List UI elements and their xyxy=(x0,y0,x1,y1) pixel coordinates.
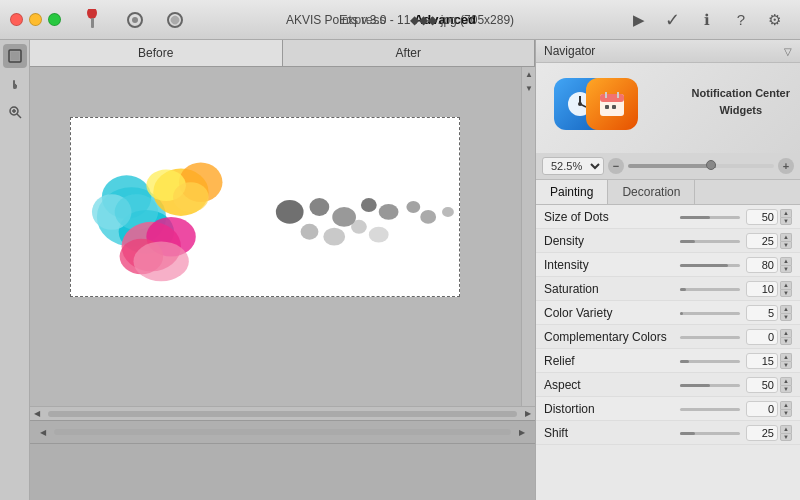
param-spin-down[interactable]: ▼ xyxy=(780,289,792,297)
tool3-icon[interactable] xyxy=(159,4,191,36)
zoom-tool[interactable] xyxy=(3,100,27,124)
param-slider-track[interactable] xyxy=(680,288,740,291)
hscroll-track[interactable] xyxy=(48,411,517,417)
param-row-relief: Relief ▲ ▼ xyxy=(536,349,800,373)
param-spin-up[interactable]: ▲ xyxy=(780,425,792,433)
param-spin-down[interactable]: ▼ xyxy=(780,409,792,417)
bottom-hscroll-track[interactable] xyxy=(54,429,511,435)
hscroll-left-arrow[interactable]: ◀ xyxy=(30,407,44,421)
vscroll-down-arrow[interactable]: ▼ xyxy=(522,81,535,95)
param-spin-down[interactable]: ▼ xyxy=(780,361,792,369)
param-slider[interactable] xyxy=(680,406,740,411)
param-slider-track[interactable] xyxy=(680,384,740,387)
param-slider-track[interactable] xyxy=(680,360,740,363)
settings-button[interactable]: ⚙ xyxy=(760,5,790,35)
param-spinner: ▲ ▼ xyxy=(780,281,792,297)
svg-rect-45 xyxy=(612,105,616,109)
param-value-input[interactable] xyxy=(746,233,778,249)
zoom-slider[interactable] xyxy=(628,164,774,168)
param-spin-down[interactable]: ▼ xyxy=(780,217,792,225)
param-slider[interactable] xyxy=(680,238,740,243)
calendar-widget-icon xyxy=(597,89,627,119)
info-button[interactable]: ℹ xyxy=(692,5,722,35)
param-slider[interactable] xyxy=(680,382,740,387)
param-label: Size of Dots xyxy=(544,210,680,224)
param-value-input[interactable] xyxy=(746,425,778,441)
param-value-input[interactable] xyxy=(746,305,778,321)
canvas-hscroll[interactable]: ◀ ▶ xyxy=(30,406,535,420)
param-slider[interactable] xyxy=(680,214,740,219)
svg-point-28 xyxy=(379,204,399,220)
tool2-icon[interactable] xyxy=(119,4,151,36)
param-spin-down[interactable]: ▼ xyxy=(780,385,792,393)
param-spin-up[interactable]: ▲ xyxy=(780,233,792,241)
param-row-distortion: Distortion ▲ ▼ xyxy=(536,397,800,421)
param-slider[interactable] xyxy=(680,358,740,363)
param-spin-up[interactable]: ▲ xyxy=(780,257,792,265)
param-slider[interactable] xyxy=(680,262,740,267)
param-value-box: ▲ ▼ xyxy=(746,401,792,417)
zoom-select[interactable]: 52.5% xyxy=(542,157,604,175)
svg-point-27 xyxy=(361,198,377,212)
param-slider-track[interactable] xyxy=(680,312,740,315)
param-spinner: ▲ ▼ xyxy=(780,377,792,393)
select-tool[interactable] xyxy=(3,44,27,68)
help-button[interactable]: ? xyxy=(726,5,756,35)
zoom-out-button[interactable]: − xyxy=(608,158,624,174)
param-value-input[interactable] xyxy=(746,257,778,273)
param-spin-up[interactable]: ▲ xyxy=(780,329,792,337)
bottom-hscroll-right[interactable]: ▶ xyxy=(515,425,529,439)
bottom-hscroll-left[interactable]: ◀ xyxy=(36,425,50,439)
param-spin-up[interactable]: ▲ xyxy=(780,353,792,361)
param-slider-track[interactable] xyxy=(680,240,740,243)
param-value-box: ▲ ▼ xyxy=(746,425,792,441)
param-value-input[interactable] xyxy=(746,281,778,297)
param-slider-track[interactable] xyxy=(680,216,740,219)
apply-button[interactable]: ✓ xyxy=(658,5,688,35)
maximize-button[interactable] xyxy=(48,13,61,26)
param-slider[interactable] xyxy=(680,310,740,315)
param-spin-up[interactable]: ▲ xyxy=(780,401,792,409)
param-spin-down[interactable]: ▼ xyxy=(780,265,792,273)
after-tab[interactable]: After xyxy=(283,40,536,66)
param-spin-down[interactable]: ▼ xyxy=(780,337,792,345)
param-slider-track[interactable] xyxy=(680,336,740,339)
param-spin-up[interactable]: ▲ xyxy=(780,209,792,217)
param-slider[interactable] xyxy=(680,334,740,339)
canvas-vscroll[interactable]: ▲ ▼ xyxy=(521,67,535,406)
param-slider-track[interactable] xyxy=(680,264,740,267)
vscroll-up-arrow[interactable]: ▲ xyxy=(522,67,535,81)
param-value-input[interactable] xyxy=(746,353,778,369)
hand-tool[interactable] xyxy=(3,72,27,96)
param-spin-down[interactable]: ▼ xyxy=(780,241,792,249)
main-area: Before After xyxy=(0,40,800,500)
titlebar: AKVIS Points v.3.0 - 11◆◆◆.jpg (705x289)… xyxy=(0,0,800,40)
param-spin-down[interactable]: ▼ xyxy=(780,433,792,441)
param-slider[interactable] xyxy=(680,286,740,291)
zoom-slider-thumb[interactable] xyxy=(706,160,716,170)
zoom-in-button[interactable]: + xyxy=(778,158,794,174)
painting-tab[interactable]: Painting xyxy=(536,180,608,204)
param-slider-track[interactable] xyxy=(680,432,740,435)
play-button[interactable]: ▶ xyxy=(624,5,654,35)
bottom-strip: ◀ ▶ xyxy=(30,420,535,500)
param-row-complementary-colors: Complementary Colors ▲ ▼ xyxy=(536,325,800,349)
param-spin-up[interactable]: ▲ xyxy=(780,281,792,289)
param-value-input[interactable] xyxy=(746,377,778,393)
param-value-input[interactable] xyxy=(746,401,778,417)
param-spin-down[interactable]: ▼ xyxy=(780,313,792,321)
param-slider[interactable] xyxy=(680,430,740,435)
brush-tool-icon[interactable] xyxy=(79,4,111,36)
hscroll-right-arrow[interactable]: ▶ xyxy=(521,407,535,421)
navigator-collapse-icon[interactable]: ▽ xyxy=(784,46,792,57)
minimize-button[interactable] xyxy=(29,13,42,26)
before-tab[interactable]: Before xyxy=(30,40,283,66)
param-value-input[interactable] xyxy=(746,329,778,345)
decoration-tab[interactable]: Decoration xyxy=(608,180,695,204)
param-spin-up[interactable]: ▲ xyxy=(780,305,792,313)
param-value-input[interactable] xyxy=(746,209,778,225)
navigator-title: Navigator xyxy=(544,44,595,58)
close-button[interactable] xyxy=(10,13,23,26)
param-spin-up[interactable]: ▲ xyxy=(780,377,792,385)
param-slider-track[interactable] xyxy=(680,408,740,411)
